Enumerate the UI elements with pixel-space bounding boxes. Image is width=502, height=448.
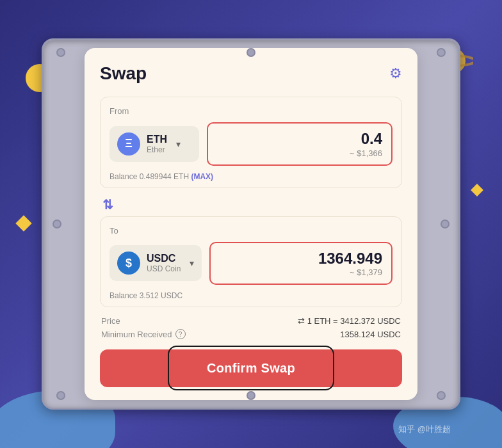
panel-frame: Swap ⚙ From Ξ ETH Ether ▾ 0.4 ~ $1,366 [42,38,460,410]
to-token-name: USD Coin [147,264,181,273]
info-icon[interactable]: ? [175,329,186,339]
swap-header: Swap ⚙ [100,63,402,84]
bolt-bl [56,391,65,400]
usdc-icon: $ [117,252,140,275]
swap-arrows-icon[interactable]: ⇅ [102,197,113,212]
minimum-label: Minimum Received ? [101,329,186,339]
from-token-selector[interactable]: Ξ ETH Ether ▾ [109,126,199,162]
from-balance-row: Balance 0.489944 ETH (MAX) [109,172,393,181]
from-amount-box[interactable]: 0.4 ~ $1,366 [207,122,393,166]
swap-card: Swap ⚙ From Ξ ETH Ether ▾ 0.4 ~ $1,366 [85,48,417,401]
bolt-br [437,391,446,400]
to-token-symbol: USDC [147,253,181,264]
bolt-bm [247,391,255,400]
from-token-symbol: ETH [147,134,167,145]
confirm-button-wrapper: Confirm Swap [100,349,402,387]
bolt-tr [437,48,446,57]
price-value: ⇄ 1 ETH = 3412.372 USDC [298,316,401,326]
from-token-name: Ether [147,145,167,154]
to-token-info: USDC USD Coin [147,253,181,273]
from-token-info: ETH Ether [147,134,167,154]
bolt-tm [247,48,255,57]
to-label: To [109,226,393,236]
swap-direction-container: ⇅ [102,193,402,216]
settings-icon[interactable]: ⚙ [389,65,402,82]
watermark: 知乎 @叶胜超 [398,424,451,435]
from-amount-value: 0.4 [217,130,382,148]
to-usd-value: ~ $1,379 [220,268,382,277]
from-label: From [109,106,393,116]
from-row: Ξ ETH Ether ▾ 0.4 ~ $1,366 [109,122,393,166]
from-chevron-icon: ▾ [176,139,181,149]
from-balance-text: Balance 0.489944 ETH [109,172,191,181]
minimum-row: Minimum Received ? 1358.124 USDC [101,329,401,339]
bolt-mr [441,220,449,228]
bolt-tl [56,48,65,57]
diamond-decoration-right [471,184,483,196]
to-section: To $ USDC USD Coin ▾ 1364.949 ~ $1,379 B… [100,216,402,308]
to-balance-text: Balance 3.512 USDC [109,291,182,300]
to-row: $ USDC USD Coin ▾ 1364.949 ~ $1,379 [109,242,393,285]
from-section: From Ξ ETH Ether ▾ 0.4 ~ $1,366 Balance … [100,97,402,188]
eth-icon: Ξ [117,132,140,156]
max-button[interactable]: (MAX) [191,172,213,181]
price-row: Price ⇄ 1 ETH = 3412.372 USDC [101,316,401,326]
page-title: Swap [100,63,147,84]
diamond-decoration-left [15,215,31,231]
minimum-value: 1358.124 USDC [340,330,401,339]
confirm-swap-button[interactable]: Confirm Swap [100,349,402,387]
to-token-selector[interactable]: $ USDC USD Coin ▾ [109,245,202,281]
from-usd-value: ~ $1,366 [217,148,382,158]
price-label: Price [101,316,120,326]
to-balance-row: Balance 3.512 USDC [109,291,393,300]
price-info: Price ⇄ 1 ETH = 3412.372 USDC Minimum Re… [100,316,402,339]
bolt-ml [53,220,61,228]
to-chevron-icon: ▾ [190,258,194,268]
to-amount-value: 1364.949 [220,250,382,268]
to-amount-box[interactable]: 1364.949 ~ $1,379 [209,242,393,285]
